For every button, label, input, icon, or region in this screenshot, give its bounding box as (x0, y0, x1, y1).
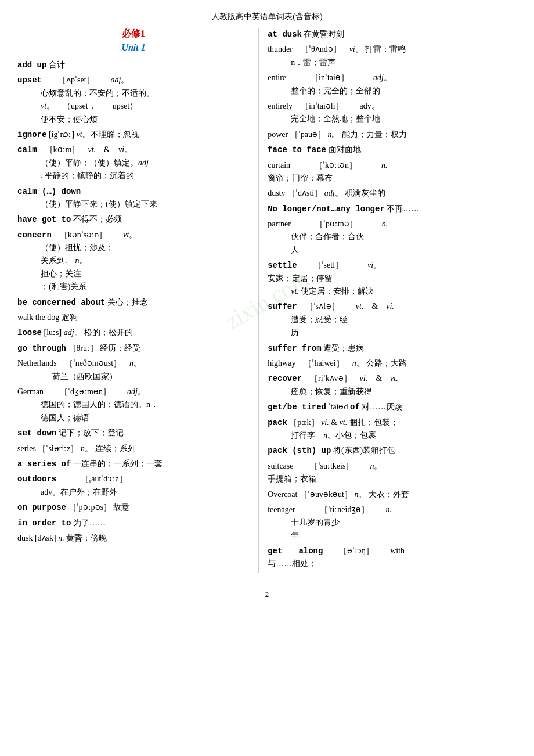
entry-partner: partner ［ˈpɑːtnə］ n. 伙伴；合作者；合伙 人 (268, 218, 517, 257)
entry-add-up: add up 合计 (17, 59, 250, 71)
entry-face-to-face: face to face 面对面地 (268, 143, 517, 156)
entry-set-down: set down 记下；放下；登记 (17, 427, 250, 440)
unit-title: 必修1 (17, 28, 250, 40)
entry-dusk: dusk [dʌsk] n. 黄昏；傍晚 (17, 532, 250, 545)
entry-netherlands: Netherlands ［ˈneðəməust］ n。 荷兰（西欧国家） (17, 357, 250, 383)
entry-concern: concern ［kənˈsəːn］ vt。 （使）担忧；涉及； 关系到. n。… (17, 229, 250, 294)
entry-loose: loose [luːs] adj。 松的；松开的 (17, 326, 250, 339)
entry-german: German ［ˈdʒəːmən］ adj。 德国的；德国人的；德语的。n． 德… (17, 386, 250, 424)
entry-get-along: get along ［əˈlɔŋ］ with 与……相处； (268, 545, 517, 571)
entry-overcoat: Overcoat ［ˈəuvəkəut］ n。 大衣；外套 (268, 488, 517, 501)
entry-a-series-of: a series of 一连串的；一系列；一套 (17, 458, 250, 470)
entry-power: power ［ˈpauə］ n。 能力；力量；权力 (268, 128, 517, 141)
entry-on-purpose: on purpose ［ˈpəːpəs］ 故意 (17, 501, 250, 514)
page-number: - 2 - (17, 585, 517, 599)
entry-dusty: dusty ［ˈdʌsti］ adj。 积满灰尘的 (268, 187, 517, 200)
entry-ignore: ignore [igˈnɔː] vt。不理睬；忽视 (17, 128, 250, 141)
entry-have-got-to: have got to 不得不；必须 (17, 213, 250, 226)
entry-suffer-from: suffer from 遭受；患病 (268, 342, 517, 355)
entry-suitcase: suitcase ［ˈsuːtkeis］ n。 手提箱；衣箱 (268, 460, 517, 486)
entry-settle: settle ［ˈsetl］ vi。 安家；定居；停留 vt. 使定居；安排；解… (268, 259, 517, 298)
entry-pack-up: pack (sth) up 将(东西)装箱打包 (268, 444, 517, 457)
entry-pack: pack ［pæk］ vi. & vt. 捆扎；包装； 打行李 n。小包；包裹 (268, 416, 517, 442)
entry-thunder: thunder ［ˈθʌndə］ vi。 打雷；雷鸣 n．雷；雷声 (268, 43, 517, 69)
entry-walk-dog: walk the dog 遛狗 (17, 311, 250, 324)
entry-entire: entire ［inˈtaiə］ adj。 整个的；完全的；全部的 (268, 71, 517, 98)
entry-series: series ［ˈsiəriːz］ n。 连续；系列 (17, 442, 250, 455)
entry-upset: upset ［ʌpˈset］ adj。 心烦意乱的；不安的；不适的。 vt。 （… (17, 74, 250, 126)
entry-outdoors: outdoors ［ˌautˈdɔːz］ adv。在户外；在野外 (17, 473, 250, 499)
entry-go-through: go through ［θruː］ 经历；经受 (17, 342, 250, 355)
entry-recover: recover ［riˈkʌvə］ vi. & vt. 痊愈；恢复；重新获得 (268, 372, 517, 398)
entry-entirely: entirely ［inˈtaiəli］ adv。 完全地；全然地；整个地 (268, 100, 517, 126)
page-title: 人教版高中英语单词表(含音标) (17, 12, 517, 22)
entry-at-dusk: at dusk 在黄昏时刻 (268, 28, 517, 41)
entry-no-longer: No longer/not…any longer 不再…… (268, 203, 517, 215)
entry-highway: highway ［ˈhaiwei］ n。 公路；大路 (268, 357, 517, 370)
entry-curtain: curtain ［ˈkəːtən］ n. 窗帘；门帘；幕布 (268, 159, 517, 185)
entry-teenager: teenager ［ˈtiːneidʒə］ n. 十几岁的青少 年 (268, 503, 517, 542)
entry-calm: calm ［kɑːm］ vt. & vi。 （使）平静；（使）镇定。adj . … (17, 143, 250, 182)
entry-be-concerned: be concerned about 关心；挂念 (17, 296, 250, 309)
entry-calm-down: calm (…) down （使）平静下来；(使）镇定下来 (17, 185, 250, 211)
entry-in-order-to: in order to 为了…… (17, 517, 250, 530)
entry-suffer: suffer ［ˈsʌfə］ vt. & vi. 遭受；忍受；经 历 (268, 300, 517, 339)
unit-subtitle: Unit 1 (17, 42, 250, 53)
entry-get-tired: get/be tired ˈtaiəd of 对……厌烦 (268, 401, 517, 413)
